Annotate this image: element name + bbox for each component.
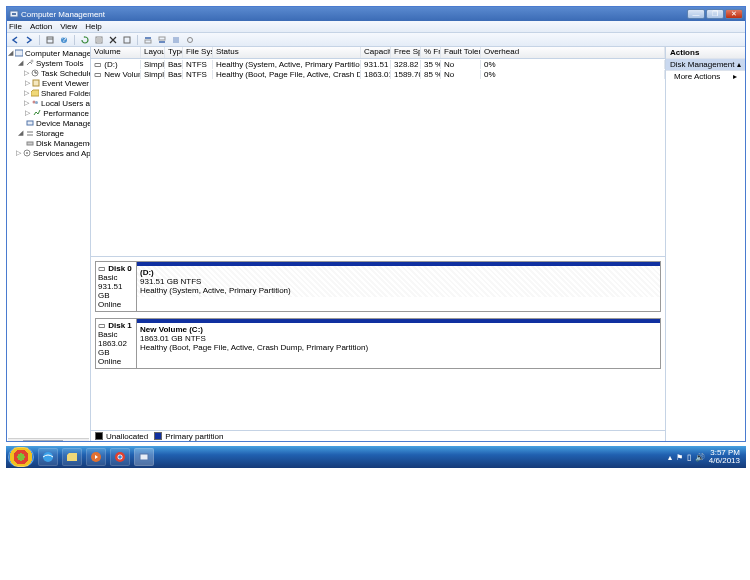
taskbar-explorer-icon[interactable] — [62, 448, 82, 466]
clock[interactable]: 3:57 PM 4/6/2013 — [709, 449, 740, 465]
disk-info: ▭ Disk 0 Basic 931.51 GB Online — [95, 261, 137, 312]
svg-rect-11 — [145, 40, 151, 43]
svg-rect-2 — [47, 37, 53, 43]
show-hide-tree-button[interactable] — [44, 34, 56, 46]
tree-root[interactable]: ◢Computer Management (Local) — [8, 48, 89, 58]
view-bottom-button[interactable] — [156, 34, 168, 46]
col-capacity[interactable]: Capacity — [361, 47, 391, 58]
tree-scrollbar[interactable] — [8, 438, 89, 441]
volume-list[interactable]: ▭ (D:) Simple Basic NTFS Healthy (System… — [91, 59, 665, 257]
app-icon — [9, 9, 19, 19]
svg-text:?: ? — [62, 36, 67, 44]
delete-button[interactable] — [107, 34, 119, 46]
maximize-button[interactable]: ❐ — [706, 9, 724, 19]
volume-row[interactable]: ▭ (D:) Simple Basic NTFS Healthy (System… — [91, 59, 665, 69]
refresh-button[interactable] — [79, 34, 91, 46]
titlebar[interactable]: Computer Management — ❐ ✕ — [7, 7, 745, 21]
taskbar[interactable]: ▴ ⚑ ▯ 🔊 3:57 PM 4/6/2013 — [6, 446, 746, 468]
menu-help[interactable]: Help — [85, 22, 101, 31]
menu-view[interactable]: View — [60, 22, 77, 31]
volume-row[interactable]: ▭ New Volume (C:) Simple Basic NTFS Heal… — [91, 69, 665, 79]
tree-performance[interactable]: ▷Performance — [8, 108, 89, 118]
disk-row-1[interactable]: ▭ Disk 1 Basic 1863.02 GB Online New Vol… — [95, 318, 661, 369]
col-freespace[interactable]: Free Space — [391, 47, 421, 58]
center-panel: Volume Layout Type File System Status Ca… — [91, 47, 665, 441]
disk-icon: ▭ — [98, 264, 108, 273]
svg-rect-6 — [96, 37, 102, 43]
network-icon[interactable]: ▯ — [687, 453, 691, 462]
svg-rect-10 — [145, 37, 151, 39]
back-button[interactable] — [9, 34, 21, 46]
taskbar-compmgmt-icon[interactable] — [134, 448, 154, 466]
svg-rect-1 — [12, 13, 16, 15]
chevron-up-icon: ▴ — [737, 60, 741, 69]
actions-context[interactable]: Disk Management▴ — [666, 59, 745, 71]
col-overhead[interactable]: Overhead — [481, 47, 665, 58]
tree-shared-folders[interactable]: ▷Shared Folders — [8, 88, 89, 98]
tree-system-tools[interactable]: ◢System Tools — [8, 58, 89, 68]
svg-rect-18 — [15, 50, 23, 56]
col-status[interactable]: Status — [213, 47, 361, 58]
actions-sidebar: Actions Disk Management▴ More Actions▸ — [665, 47, 745, 441]
tree-storage[interactable]: ◢Storage — [8, 128, 89, 138]
navigation-tree[interactable]: ◢Computer Management (Local) ◢System Too… — [7, 47, 91, 441]
view-top-button[interactable] — [142, 34, 154, 46]
tree-disk-management[interactable]: Disk Management — [8, 138, 89, 148]
help-button[interactable]: ? — [58, 34, 70, 46]
window-title: Computer Management — [19, 10, 686, 19]
separator — [137, 35, 138, 45]
legend-swatch-unallocated — [95, 432, 103, 440]
chevron-right-icon: ▸ — [733, 72, 737, 81]
separator — [39, 35, 40, 45]
legend: Unallocated Primary partition — [91, 430, 665, 441]
more-actions[interactable]: More Actions▸ — [666, 71, 745, 82]
tree-event-viewer[interactable]: ▷Event Viewer — [8, 78, 89, 88]
separator — [74, 35, 75, 45]
start-button[interactable] — [8, 447, 34, 467]
disk-icon: ▭ — [98, 321, 108, 330]
svg-rect-13 — [159, 41, 165, 43]
taskbar-ie-icon[interactable] — [38, 448, 58, 466]
col-fault[interactable]: Fault Tolerance — [441, 47, 481, 58]
col-pctfree[interactable]: % Free — [421, 47, 441, 58]
show-hidden-icon[interactable]: ▴ — [668, 453, 672, 462]
system-tray[interactable]: ▴ ⚑ ▯ 🔊 3:57 PM 4/6/2013 — [668, 449, 746, 465]
svg-rect-9 — [124, 37, 130, 43]
disk-row-0[interactable]: ▭ Disk 0 Basic 931.51 GB Online (D:) 931… — [95, 261, 661, 312]
toolbar: ? — [7, 33, 745, 47]
col-filesystem[interactable]: File System — [183, 47, 213, 58]
menubar: File Action View Help — [7, 21, 745, 33]
disk-graphical-view: ▭ Disk 0 Basic 931.51 GB Online (D:) 931… — [91, 257, 665, 430]
svg-point-29 — [26, 152, 28, 154]
close-button[interactable]: ✕ — [725, 9, 743, 19]
svg-point-23 — [35, 101, 38, 104]
tree-services[interactable]: ▷Services and Applications — [8, 148, 89, 158]
forward-button[interactable] — [23, 34, 35, 46]
partition-c[interactable]: New Volume (C:) 1863.01 GB NTFS Healthy … — [137, 318, 661, 369]
view-settings-button[interactable] — [184, 34, 196, 46]
tree-device-manager[interactable]: Device Manager — [8, 118, 89, 128]
svg-point-17 — [188, 37, 193, 42]
taskbar-chrome-icon[interactable] — [110, 448, 130, 466]
settings-button[interactable] — [121, 34, 133, 46]
col-type[interactable]: Type — [165, 47, 183, 58]
partition-d[interactable]: (D:) 931.51 GB NTFS Healthy (System, Act… — [137, 261, 661, 312]
col-layout[interactable]: Layout — [141, 47, 165, 58]
col-volume[interactable]: Volume — [91, 47, 141, 58]
minimize-button[interactable]: — — [687, 9, 705, 19]
volume-icon[interactable]: 🔊 — [695, 453, 705, 462]
menu-file[interactable]: File — [9, 22, 22, 31]
menu-action[interactable]: Action — [30, 22, 52, 31]
volume-list-header: Volume Layout Type File System Status Ca… — [91, 47, 665, 59]
tree-task-scheduler[interactable]: ▷Task Scheduler — [8, 68, 89, 78]
view-list-button[interactable] — [170, 34, 182, 46]
properties-button[interactable] — [93, 34, 105, 46]
svg-rect-21 — [33, 80, 39, 86]
drive-icon: ▭ — [94, 60, 102, 69]
svg-point-19 — [31, 60, 34, 63]
tree-local-users[interactable]: ▷Local Users and Groups — [8, 98, 89, 108]
disk-info: ▭ Disk 1 Basic 1863.02 GB Online — [95, 318, 137, 369]
taskbar-media-icon[interactable] — [86, 448, 106, 466]
flag-icon[interactable]: ⚑ — [676, 453, 683, 462]
svg-rect-35 — [140, 454, 148, 460]
